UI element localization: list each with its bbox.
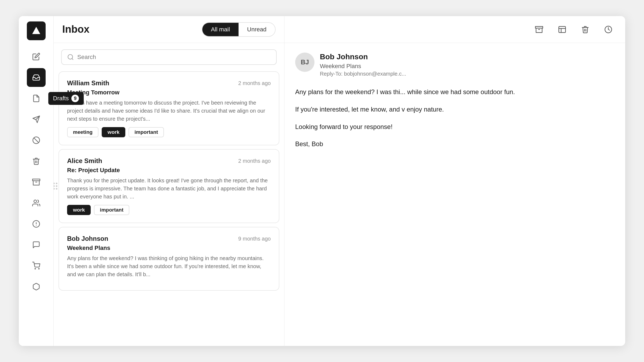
email-preview: Hi, let's have a meeting tomorrow to dis… bbox=[67, 99, 271, 123]
main-panel: Inbox All mail Unread William Smith 2 mo… bbox=[54, 16, 284, 346]
svg-point-11 bbox=[35, 268, 36, 269]
email-card[interactable]: William Smith 2 months ago Meeting Tomor… bbox=[58, 71, 279, 145]
email-tags: meeting work important bbox=[67, 127, 271, 137]
email-card-header: William Smith 2 months ago bbox=[67, 79, 271, 87]
sidebar-item-spam[interactable] bbox=[27, 131, 46, 150]
main-header: Inbox All mail Unread bbox=[54, 16, 284, 43]
sidebar-item-contacts[interactable] bbox=[27, 194, 46, 212]
body-paragraph: Best, Bob bbox=[295, 139, 614, 150]
svg-rect-5 bbox=[32, 179, 40, 181]
search-container bbox=[54, 43, 284, 71]
email-card[interactable]: Bob Johnson 9 months ago Weekend Plans A… bbox=[58, 227, 279, 291]
sidebar: Drafts 9 bbox=[19, 16, 54, 346]
svg-point-12 bbox=[38, 268, 39, 269]
tag[interactable]: meeting bbox=[67, 127, 98, 137]
sidebar-item-compose[interactable] bbox=[27, 47, 46, 66]
drafts-label: Drafts bbox=[53, 95, 69, 102]
email-body: Any plans for the weekend? I was thi... … bbox=[295, 87, 614, 150]
email-tags: work important bbox=[67, 205, 271, 215]
tab-unread[interactable]: Unread bbox=[239, 23, 275, 36]
detail-subject: Weekend Plans bbox=[320, 63, 614, 70]
tab-all-mail[interactable]: All mail bbox=[202, 23, 239, 36]
tag[interactable]: important bbox=[129, 127, 164, 137]
trash-icon bbox=[581, 25, 589, 34]
drafts-badge: 9 bbox=[71, 95, 79, 102]
email-subject: Re: Project Update bbox=[67, 167, 271, 174]
email-card-header: Bob Johnson 9 months ago bbox=[67, 235, 271, 242]
email-time: 9 months ago bbox=[238, 236, 271, 242]
tag[interactable]: work bbox=[67, 205, 91, 215]
body-paragraph: Looking forward to your response! bbox=[295, 121, 614, 132]
sidebar-item-cart[interactable] bbox=[27, 256, 46, 275]
right-header bbox=[284, 16, 625, 43]
email-subject: Meeting Tomorrow bbox=[67, 89, 271, 96]
email-sender: Alice Smith bbox=[67, 157, 102, 165]
sidebar-item-alerts[interactable] bbox=[27, 215, 46, 233]
page-title: Inbox bbox=[62, 24, 89, 35]
search-box bbox=[61, 49, 277, 65]
sidebar-item-chat[interactable] bbox=[27, 235, 46, 254]
email-sender: William Smith bbox=[67, 79, 109, 87]
svg-rect-17 bbox=[559, 26, 566, 32]
svg-line-4 bbox=[34, 138, 39, 143]
email-subject: Weekend Plans bbox=[67, 245, 271, 252]
archive-icon bbox=[535, 25, 543, 34]
snooze-action-button[interactable] bbox=[600, 21, 617, 38]
detail-reply-to: Reply-To: bobjohnson@example.c... bbox=[320, 71, 614, 77]
app-container: Drafts 9 bbox=[19, 16, 625, 346]
email-list: William Smith 2 months ago Meeting Tomor… bbox=[54, 71, 284, 346]
search-input[interactable] bbox=[77, 54, 271, 61]
detail-sender-name: Bob Johnson bbox=[320, 53, 614, 61]
drafts-tooltip: Drafts 9 bbox=[48, 92, 84, 105]
archive-action-button[interactable] bbox=[531, 21, 547, 38]
filter-tabs: All mail Unread bbox=[202, 22, 276, 37]
email-sender: Bob Johnson bbox=[67, 235, 108, 242]
svg-rect-15 bbox=[535, 26, 543, 28]
email-detail: BJ Bob Johnson Weekend Plans Reply-To: b… bbox=[284, 43, 625, 346]
app-logo[interactable] bbox=[27, 21, 46, 40]
body-paragraph: Any plans for the weekend? I was thi... … bbox=[295, 87, 614, 98]
email-card[interactable]: Alice Smith 2 months ago Re: Project Upd… bbox=[58, 149, 279, 223]
sidebar-item-box[interactable] bbox=[27, 277, 46, 296]
clock-icon bbox=[604, 25, 612, 34]
delete-action-button[interactable] bbox=[577, 21, 594, 38]
email-preview: Any plans for the weekend? I was thinkin… bbox=[67, 254, 271, 278]
svg-marker-0 bbox=[32, 27, 40, 34]
sidebar-item-archive[interactable] bbox=[27, 173, 46, 191]
spam-icon bbox=[558, 25, 566, 34]
body-paragraph: If you're interested, let me know, and v… bbox=[295, 104, 614, 115]
email-time: 2 months ago bbox=[238, 80, 271, 86]
svg-point-13 bbox=[68, 54, 72, 59]
tag[interactable]: important bbox=[94, 205, 129, 215]
tag[interactable]: work bbox=[102, 127, 125, 137]
search-icon bbox=[67, 54, 74, 61]
drag-handle-left[interactable] bbox=[54, 181, 58, 191]
right-panel: BJ Bob Johnson Weekend Plans Reply-To: b… bbox=[284, 16, 625, 346]
sidebar-item-drafts[interactable]: Drafts 9 bbox=[27, 89, 46, 108]
sidebar-item-inbox[interactable] bbox=[27, 68, 46, 87]
sidebar-item-trash[interactable] bbox=[27, 152, 46, 171]
svg-point-7 bbox=[34, 200, 36, 203]
email-preview: Thank you for the project update. It loo… bbox=[67, 176, 271, 201]
sidebar-item-sent[interactable] bbox=[27, 110, 46, 129]
detail-sender-row: BJ Bob Johnson Weekend Plans Reply-To: b… bbox=[295, 53, 614, 77]
spam-action-button[interactable] bbox=[554, 21, 570, 38]
avatar: BJ bbox=[295, 53, 314, 72]
svg-line-14 bbox=[72, 58, 73, 60]
detail-sender-info: Bob Johnson Weekend Plans Reply-To: bobj… bbox=[320, 53, 614, 77]
email-time: 2 months ago bbox=[238, 158, 271, 164]
email-card-header: Alice Smith 2 months ago bbox=[67, 157, 271, 165]
